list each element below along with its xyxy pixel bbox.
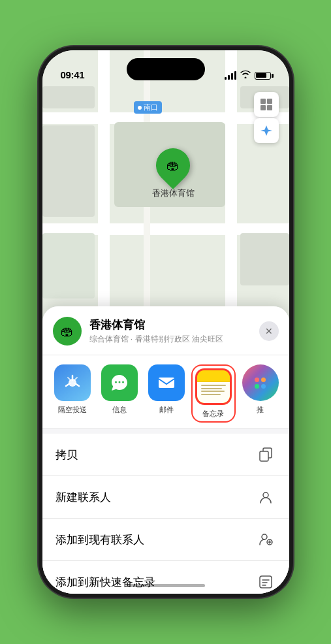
bottom-sheet: 🏟 香港体育馆 综合体育馆 · 香港特别行政区 油尖旺区 ✕ — [42, 306, 289, 594]
new-contact-icon — [255, 487, 276, 507]
status-time: 09:41 — [61, 69, 85, 80]
share-item-airdrop[interactable]: 隔空投送 — [50, 364, 95, 423]
location-button[interactable] — [254, 118, 279, 143]
map-controls — [254, 92, 279, 143]
map-block-1 — [42, 86, 95, 108]
add-existing-label: 添加到现有联系人 — [55, 532, 255, 547]
more-dot-row-2 — [255, 384, 266, 389]
svg-point-6 — [118, 381, 120, 383]
location-venue-icon: 🏟 — [53, 317, 82, 346]
more-dots-icon — [255, 378, 266, 389]
svg-rect-0 — [260, 99, 266, 104]
location-text: 香港体育馆 综合体育馆 · 香港特别行政区 油尖旺区 — [89, 317, 251, 345]
more-label: 推 — [257, 405, 264, 415]
close-button[interactable]: ✕ — [259, 321, 279, 341]
wifi-icon — [240, 71, 251, 80]
svg-rect-10 — [260, 451, 268, 461]
share-item-notes[interactable]: 备忘录 — [191, 364, 236, 423]
svg-point-12 — [262, 534, 267, 539]
signal-bars-icon — [225, 71, 236, 80]
svg-rect-1 — [267, 99, 272, 104]
add-notes-label: 添加到新快速备忘录 — [55, 575, 255, 590]
action-copy[interactable]: 拷贝 — [42, 434, 289, 476]
dynamic-island — [127, 58, 205, 80]
map-block-5 — [240, 233, 289, 285]
map-area[interactable]: 南口 — [42, 50, 289, 331]
svg-point-5 — [115, 381, 117, 383]
add-existing-icon — [255, 529, 276, 550]
airdrop-label: 隔空投送 — [58, 405, 87, 415]
map-type-button[interactable] — [254, 92, 279, 117]
action-list: 拷贝 新建联系人 — [42, 434, 289, 594]
dot-4 — [261, 384, 266, 389]
more-icon — [242, 364, 279, 401]
phone-shell: 09:41 — [39, 46, 293, 598]
copy-label: 拷贝 — [55, 447, 255, 462]
map-road-v2 — [225, 50, 237, 331]
svg-rect-2 — [260, 105, 266, 110]
close-icon: ✕ — [265, 326, 273, 336]
share-apps-row: 隔空投送 信息 — [42, 355, 289, 428]
notes-label: 备忘录 — [202, 409, 224, 419]
notes-icon — [195, 368, 232, 405]
airdrop-icon — [54, 364, 91, 401]
svg-rect-3 — [267, 105, 272, 110]
battery-fill — [256, 73, 266, 78]
label-text: 南口 — [144, 103, 158, 112]
dot-2 — [261, 378, 266, 382]
location-name: 香港体育馆 — [89, 317, 251, 332]
signal-bar-4 — [234, 71, 236, 80]
svg-point-11 — [263, 492, 268, 498]
pin-circle: 🏟 — [149, 141, 197, 189]
map-road-v1 — [98, 50, 110, 331]
messages-icon — [101, 364, 138, 401]
pin-icon: 🏟 — [166, 158, 180, 173]
share-item-mail[interactable]: 邮件 — [144, 364, 189, 423]
dot-1 — [255, 378, 259, 382]
dot-3 — [255, 384, 259, 389]
map-block-3 — [42, 125, 95, 217]
new-contact-label: 新建联系人 — [55, 490, 255, 505]
mail-icon — [148, 364, 185, 401]
share-item-messages[interactable]: 信息 — [97, 364, 142, 423]
battery-icon — [255, 72, 271, 80]
add-notes-icon — [255, 572, 276, 592]
svg-rect-16 — [260, 576, 272, 588]
label-dot — [138, 106, 142, 110]
map-block-4 — [42, 233, 95, 298]
copy-icon — [255, 444, 276, 465]
svg-point-7 — [122, 381, 124, 383]
location-subtitle: 综合体育馆 · 香港特别行政区 油尖旺区 — [89, 334, 251, 345]
svg-rect-8 — [159, 378, 174, 388]
mail-label: 邮件 — [159, 405, 174, 415]
more-dot-row-1 — [255, 378, 266, 382]
messages-label: 信息 — [112, 405, 127, 415]
status-icons — [225, 71, 271, 80]
south-entrance-label: 南口 — [134, 101, 162, 114]
share-item-more[interactable]: 推 — [238, 364, 283, 423]
phone-screen: 09:41 — [42, 50, 289, 594]
signal-bar-2 — [228, 75, 230, 80]
home-indicator — [127, 584, 205, 587]
action-add-notes[interactable]: 添加到新快速备忘录 — [42, 561, 289, 594]
action-add-existing[interactable]: 添加到现有联系人 — [42, 519, 289, 561]
location-header: 🏟 香港体育馆 综合体育馆 · 香港特别行政区 油尖旺区 ✕ — [42, 306, 289, 355]
location-pin: 🏟 香港体育馆 — [152, 148, 195, 199]
signal-bar-3 — [231, 73, 233, 80]
action-new-contact[interactable]: 新建联系人 — [42, 476, 289, 519]
signal-bar-1 — [225, 77, 227, 80]
